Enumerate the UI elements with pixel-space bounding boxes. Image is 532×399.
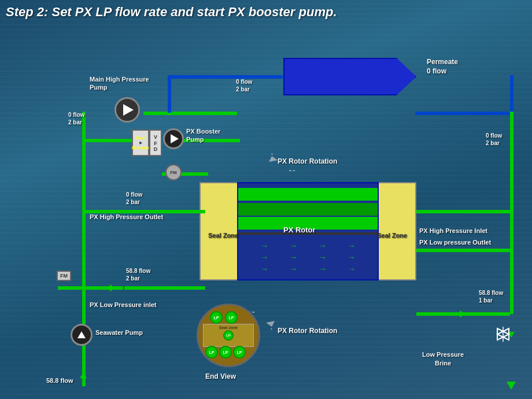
permeate-label: Permeate0 flow [427, 58, 458, 76]
valve-brine[interactable] [494, 326, 512, 345]
main-pump-label: Main High PressurePump [90, 75, 149, 92]
flow-top-pipe: 0 flow2 bar [236, 78, 252, 93]
pipe-left-lp-to-px [200, 286, 205, 290]
flow-middle-left: 0 flow2 bar [126, 191, 142, 206]
px-lp-inlet-label: PX Low Pressure inlet [90, 301, 157, 309]
flow-arrow-bottom-up [80, 370, 87, 380]
pump-triangle-icon [123, 104, 134, 116]
flow-bottom-right: 58.8 flow1 bar [479, 289, 503, 304]
booster-pump[interactable] [163, 128, 184, 149]
fm-label-bottom: FM [60, 273, 68, 279]
pipe-bottom-to-px [124, 286, 205, 290]
flow-bottom-left: 58.8 flow2 bar [126, 267, 150, 282]
main-content: Step 2: Set PX LP flow rate and start PX… [0, 0, 532, 399]
lp-circle-top-right: LP [225, 311, 238, 324]
lp-circle-bot-right: LP [233, 346, 246, 359]
play-icon: ▶ [139, 141, 142, 145]
end-view-circle: LP LP LP Seal zone LP LP LP [197, 304, 260, 367]
seal-zone-left-label: Seal Zone [208, 231, 238, 239]
pipe-right-to-px [416, 210, 510, 213]
lp-circle-mid: LP [223, 330, 234, 341]
px-lp-outlet-label: PX Low pressure Outlet [419, 238, 491, 246]
svg-marker-1 [266, 321, 275, 327]
px-hp-inlet-label: PX High Pressure Inlet [419, 227, 487, 235]
rotor-stripe-2 [238, 203, 378, 216]
flow-meter-top[interactable]: FM [165, 164, 182, 180]
flow-arrow-bottom-right [460, 309, 466, 320]
lp-circle-top-left: LP [210, 311, 223, 324]
px-rotor-rotation-top-label: PX Rotor Rotation [278, 157, 337, 167]
pipe-right-vert-lower [510, 249, 513, 312]
seawater-pump-label: Seawater Pump [95, 328, 143, 337]
pipe-right-lp-from-px [416, 249, 510, 252]
pipe-booster-up [168, 75, 171, 113]
px-hp-outlet-label: PX High Pressure Outlet [90, 213, 163, 221]
pipe-left-hp-to-px [200, 210, 205, 213]
flow-seawater: 58.8 flow [46, 376, 73, 385]
seal-zone-right-label: Seal Zone [377, 231, 407, 239]
lp-circle-bot-left: LP [205, 346, 218, 359]
flow-right-upper: 0 flow2 bar [486, 132, 502, 147]
vfd-text: VFD [149, 130, 162, 156]
fm-label-top: FM [170, 170, 177, 175]
booster-pump-label: PX BoosterPump [186, 127, 220, 144]
booster-label: Booster [132, 145, 149, 150]
page-title: Step 2: Set PX LP flow rate and start PX… [6, 5, 337, 20]
pipe-top-right [415, 112, 513, 115]
end-view-label: End View [205, 372, 236, 382]
px-rotor-label: PX Rotor [283, 226, 316, 235]
low-pressure-brine-label: Low PressureBrine [422, 350, 464, 367]
permeate-box [283, 58, 416, 95]
start-label: Start [135, 135, 146, 141]
seawater-pump-icon [77, 331, 86, 338]
flow-top-left: 0 flow2 bar [68, 111, 84, 126]
main-pump[interactable] [114, 97, 140, 123]
rotor-flow-arrows: → → → → [250, 241, 366, 250]
seal-zone-end-label: Seal zone [205, 326, 252, 330]
svg-marker-0 [269, 156, 278, 162]
vfd-box[interactable]: Start ▶ Booster [132, 130, 149, 156]
seawater-pump[interactable] [71, 324, 93, 346]
pipe-right-vertical-top [510, 75, 513, 116]
rotor-flow-arrows-2: → → → → [250, 253, 366, 262]
flow-meter-bottom-left[interactable]: FM [57, 271, 71, 281]
px-rotor-rotation-bottom-label: PX Rotor Rotation [278, 327, 337, 336]
pipe-right-vert-upper [510, 210, 513, 249]
rotor-flow-arrows-3: → → → → [250, 264, 366, 274]
seal-zone-end-view: LP Seal zone [203, 324, 254, 347]
pipe-bottom-fm [58, 286, 101, 290]
lp-circle-bot-mid: LP [219, 346, 232, 359]
booster-pump-triangle-icon [171, 134, 179, 143]
pipe-booster-top [168, 75, 283, 79]
flow-arrow-bottom-left [110, 283, 116, 294]
